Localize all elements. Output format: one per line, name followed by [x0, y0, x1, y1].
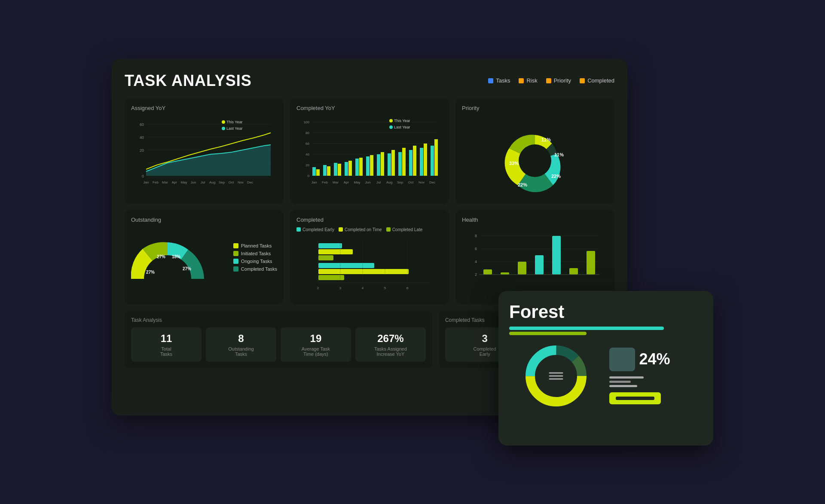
svg-text:100: 100	[304, 120, 310, 124]
outstanding-tasks-stat: 8 OutstandingTasks	[206, 327, 276, 362]
svg-text:Nov: Nov	[419, 180, 425, 184]
completed-tasks-dot	[233, 266, 238, 272]
priority-dot	[546, 78, 551, 83]
completed-bars-card: Completed Completed Early Completed on T…	[290, 210, 449, 304]
forest-donut-chart	[522, 342, 590, 410]
middle-charts-grid: Outstanding	[125, 210, 614, 304]
svg-rect-45	[348, 161, 352, 176]
priority-label: Priority	[554, 77, 571, 84]
svg-text:11%: 11%	[541, 137, 551, 142]
svg-rect-46	[355, 159, 359, 176]
svg-text:22%: 22%	[551, 174, 561, 179]
svg-rect-44	[345, 162, 348, 176]
legend-priority: Priority	[546, 77, 571, 84]
svg-text:Aug: Aug	[209, 180, 215, 184]
completed-yoy-chart: 100 80 60 40 20 0	[296, 116, 443, 193]
header-legend: Tasks Risk Priority Completed	[488, 77, 614, 84]
svg-rect-97	[318, 255, 333, 260]
planned-legend: Planned Tasks	[233, 243, 277, 248]
svg-text:22%: 22%	[518, 182, 527, 187]
svg-rect-96	[318, 249, 353, 254]
svg-point-12	[222, 127, 225, 130]
dashboard-header: TASK ANALYSIS Tasks Risk Priority Comple…	[125, 72, 614, 90]
ongoing-dot	[233, 259, 238, 264]
svg-rect-38	[312, 167, 316, 176]
svg-text:6: 6	[406, 286, 409, 290]
forest-percent-row: 24%	[609, 348, 703, 371]
svg-rect-55	[402, 148, 406, 176]
svg-rect-116	[535, 255, 544, 275]
early-dot	[296, 227, 301, 232]
forest-mini-bar-1	[609, 376, 644, 379]
svg-text:4: 4	[475, 260, 477, 264]
svg-rect-42	[334, 163, 337, 176]
forest-content: 24%	[509, 342, 703, 410]
svg-text:40: 40	[140, 135, 144, 140]
outstanding-chart: 27% 27% 18% 27%	[131, 227, 204, 287]
svg-text:Jul: Jul	[201, 180, 205, 184]
dashboard-title: TASK ANALYSIS	[125, 72, 252, 90]
initiated-dot	[233, 251, 238, 256]
svg-text:Aug: Aug	[386, 180, 392, 184]
svg-rect-57	[413, 146, 416, 176]
scene: TASK ANALYSIS Tasks Risk Priority Comple…	[112, 59, 713, 446]
svg-point-64	[389, 125, 393, 129]
ontime-legend: Completed on Time	[339, 227, 382, 232]
svg-rect-114	[501, 272, 509, 275]
planned-label: Planned Tasks	[241, 243, 272, 248]
svg-text:20: 20	[140, 148, 144, 153]
forest-title: Forest	[509, 302, 703, 322]
svg-text:2: 2	[317, 286, 319, 290]
svg-text:Sep: Sep	[397, 180, 403, 184]
svg-rect-119	[587, 251, 595, 275]
legend-risk: Risk	[519, 77, 537, 84]
priority-card: Priority	[455, 98, 614, 204]
svg-text:May: May	[180, 180, 187, 184]
tasks-dot	[488, 78, 493, 83]
svg-rect-39	[316, 169, 320, 176]
initiated-label: Initiated Tasks	[241, 251, 271, 256]
risk-label: Risk	[526, 77, 537, 84]
svg-text:27%: 27%	[157, 254, 165, 259]
svg-text:33%: 33%	[509, 161, 519, 166]
forest-mini-bar-2	[609, 381, 631, 383]
top-charts-grid: Assigned YoY 60 40 20 0	[125, 98, 614, 204]
legend-completed: Completed	[580, 77, 614, 84]
early-legend: Completed Early	[296, 227, 334, 232]
initiated-legend: Initiated Tasks	[233, 251, 277, 256]
svg-rect-51	[381, 152, 384, 176]
forest-green-button[interactable]	[609, 392, 661, 404]
svg-rect-98	[318, 263, 374, 268]
svg-text:May: May	[354, 180, 360, 184]
assigned-yoy-chart: 60 40 20 0 This Year Last Year	[131, 116, 277, 193]
task-analysis-header: Task Analysis	[131, 317, 426, 323]
svg-rect-48	[366, 156, 370, 176]
forest-mini-bar-3	[609, 385, 637, 387]
svg-text:27%: 27%	[183, 266, 191, 271]
completed-label: Completed	[587, 77, 614, 84]
tasks-increase-stat: 267% Tasks AssignedIncrease YoY	[355, 327, 426, 362]
task-analysis-section: Task Analysis 11 TotalTasks 8 Outstandin…	[125, 311, 432, 368]
completed-bars-chart: 2 3 4 5 6	[296, 235, 443, 296]
svg-point-62	[389, 119, 393, 122]
svg-text:Apr: Apr	[344, 180, 349, 184]
svg-rect-60	[431, 146, 434, 176]
outstanding-tasks-label: OutstandingTasks	[210, 346, 272, 357]
forest-donut-container	[509, 342, 603, 410]
svg-rect-54	[398, 152, 402, 176]
svg-rect-59	[424, 144, 427, 176]
forest-right-panel: 24%	[609, 348, 703, 404]
svg-text:Mar: Mar	[333, 180, 339, 184]
late-legend: Completed Late	[386, 227, 423, 232]
svg-rect-113	[483, 269, 492, 275]
svg-text:2: 2	[475, 272, 477, 277]
svg-point-10	[222, 120, 225, 124]
svg-text:Last Year: Last Year	[226, 126, 243, 131]
forest-mini-bars	[609, 376, 703, 387]
priority-title: Priority	[462, 105, 608, 111]
health-title: Health	[462, 217, 608, 223]
svg-rect-41	[327, 166, 330, 176]
svg-text:Oct: Oct	[229, 180, 234, 184]
forest-card: Forest	[498, 291, 713, 446]
completed-yoy-card: Completed YoY 100 80 60 40 20 0	[290, 98, 449, 204]
